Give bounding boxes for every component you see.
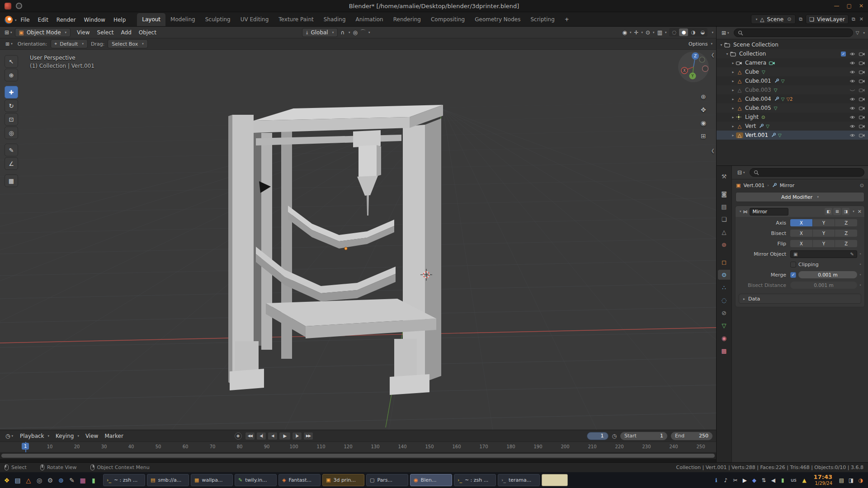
menu-window[interactable]: Window [80,14,109,26]
sidebar-collapse-icon[interactable]: ❮ [711,52,715,57]
merge-threshold-field[interactable]: 0.001 m [798,271,857,278]
timeline-scrollbar-handle[interactable] [1,454,715,458]
tray-volume-icon[interactable]: ◀ [769,477,778,483]
launcher-image-editor-icon[interactable]: ✎ [68,477,76,484]
next-keyframe-button[interactable]: |▶ [292,432,302,440]
current-frame-field[interactable]: 1 [587,432,609,440]
remove-viewlayer-icon[interactable]: ✕ [859,16,864,22]
disable-in-renders-icon[interactable] [859,133,865,137]
launcher-app-menu-icon[interactable]: ❖ [3,477,11,484]
bisect-z-button[interactable]: Z [835,230,857,237]
filter-icon[interactable]: ▽ [856,30,859,35]
select-box-tool[interactable]: ↖ [5,55,18,68]
shading-solid-icon[interactable]: ● [679,28,688,36]
zoom-icon[interactable]: ⊕ [701,93,706,100]
pin-icon[interactable]: ⊙ [860,183,864,188]
keyboard-layout-indicator[interactable]: us [791,477,797,483]
workspace-tab-scripting[interactable]: Scripting [525,13,559,26]
disclosure-icon[interactable]: ▸ [730,124,736,128]
timeline-menu-view[interactable]: View [82,431,101,441]
bisect-y-button[interactable]: Y [813,230,835,237]
properties-tab-object[interactable]: ◻ [718,257,730,267]
realtime-display-icon[interactable]: ⊞ [833,208,841,215]
taskbar-window-wallpa-3[interactable]: ▦wallpa... [191,474,233,486]
tray-info-icon[interactable]: ℹ [712,477,721,483]
new-scene-icon[interactable]: ⧉ [798,16,803,22]
tray-music-icon[interactable]: ♪ [721,477,731,483]
workspace-tab-compositing[interactable]: Compositing [426,13,470,26]
shading-rendered-icon[interactable]: ◒ [698,28,707,36]
render-display-icon[interactable]: ◨ [842,208,849,215]
clipping-checkbox[interactable] [790,262,796,267]
orientation-dropdown[interactable]: ⌖ Default ▾ [51,39,88,48]
blender-logo-icon[interactable] [5,16,13,24]
overlays-icon[interactable]: ⊙▾ [646,29,655,36]
taskbar-window-zsh-1[interactable]: ›_~ : zsh ... [103,474,145,486]
add-cube-tool[interactable]: ▦ [5,174,18,187]
data-subpanel[interactable]: ▸ Data [739,294,861,304]
tray-power-icon[interactable]: ◑ [856,477,865,483]
cursor-tool[interactable]: ⊕ [5,69,18,81]
hide-in-viewport-icon[interactable] [849,115,855,120]
viewlayer-selector[interactable]: ❏ ViewLayer [806,14,849,24]
auto-keying-icon[interactable]: ● [235,432,242,440]
breadcrumb-modifier[interactable]: Mirror [780,183,794,188]
hide-in-viewport-icon[interactable] [849,106,855,111]
tray-network-icon[interactable]: ⇅ [759,477,769,483]
perspective-toggle-icon[interactable]: ⊞ [701,132,706,140]
modifier-panel-header[interactable]: ▾ ⋈ Mirror ◧⊞◨ ▾ ✕ [736,206,864,217]
playhead[interactable]: 1 [25,442,26,452]
disable-in-renders-icon[interactable] [859,88,865,92]
hide-in-viewport-icon[interactable] [849,88,855,93]
disable-in-renders-icon[interactable] [859,70,865,74]
move-tool[interactable]: ✚ [5,86,18,99]
outliner-item-cube-004[interactable]: ▸△Cube.004▽▽2 [717,94,868,103]
add-modifier-button[interactable]: Add Modifier ▾ [736,192,864,202]
workspace-tab-modeling[interactable]: Modeling [165,13,200,26]
breadcrumb-object[interactable]: Vert.001 [743,183,764,188]
expand-modifier-icon[interactable]: ▾ [740,210,741,213]
taskbar-window-twily-in-4[interactable]: ✎twily.in... [235,474,277,486]
3d-viewport[interactable]: User Perspective (1) Collection | Vert.0… [0,50,716,430]
disclosure-icon[interactable]: ▸ [730,115,736,119]
properties-tab-material[interactable]: ◉ [718,333,730,343]
disable-in-renders-icon[interactable] [859,97,865,101]
play-reverse-button[interactable]: ◀ [268,432,278,440]
gizmos-icon[interactable]: ✛▾ [634,29,643,36]
scale-tool[interactable]: ⊡ [5,113,18,126]
outliner-search-input[interactable] [734,28,853,37]
shading-wireframe-icon[interactable]: ◌ [670,28,679,36]
modifier-extras-icon[interactable]: ▾ [853,210,854,213]
outliner-options-icon[interactable]: ▾ [863,31,865,35]
bisect-x-button[interactable]: X [790,230,812,237]
timeline-menu-playback[interactable]: Playback▾ [17,431,52,441]
taskbar-window-smb-a-2[interactable]: ▤smb://a... [147,474,189,486]
proportional-edit-icon[interactable]: ◎ [353,29,358,36]
outliner-item-vert[interactable]: ▸△Vert▽ [717,122,868,131]
frame-end-field[interactable]: End 250 [671,432,712,440]
transform-tool[interactable]: ◎ [5,127,18,139]
disclosure-icon[interactable]: ▸ [730,133,736,137]
disclosure-icon[interactable]: ▾ [718,43,724,47]
outliner-item-collection[interactable]: ▾Collection✓ [717,49,868,58]
properties-tab-output[interactable]: ▤ [718,202,730,211]
outliner-item-camera[interactable]: ▸Camera [717,58,868,67]
menu-help[interactable]: Help [109,14,130,26]
disable-in-renders-icon[interactable] [859,106,865,110]
outliner-item-cube-001[interactable]: ▸△Cube.001▽ [717,76,868,85]
disclosure-icon[interactable]: ▸ [730,70,736,74]
mirror-object-field[interactable]: ▣ ✎ [790,250,857,258]
viewport-menu-view[interactable]: View [73,28,93,38]
axis-y-button[interactable]: Y [813,219,835,226]
camera-view-icon[interactable]: ◉ [701,119,706,127]
add-workspace-button[interactable]: + [560,13,574,26]
properties-tab-tool[interactable]: ⚒ [718,171,730,181]
tray-clipboard-icon[interactable]: ✂ [731,477,740,483]
outliner-editor-icon[interactable]: ⊞▾ [720,30,731,36]
minimize-icon[interactable]: — [834,3,840,9]
launcher-media-player-icon[interactable]: △ [24,477,33,484]
workspace-tab-geometry-nodes[interactable]: Geometry Nodes [470,13,525,26]
outliner-item-light[interactable]: ▸Light⊙ [717,113,868,122]
disclosure-icon[interactable]: ▸ [730,97,736,101]
new-viewlayer-icon[interactable]: ⧉ [851,16,856,22]
